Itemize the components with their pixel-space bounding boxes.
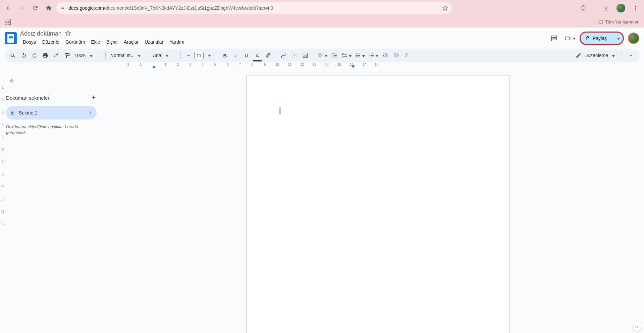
- account-avatar[interactable]: [628, 33, 639, 44]
- vertical-ruler[interactable]: 123456789101112: [0, 69, 5, 333]
- folder-icon: [598, 19, 603, 24]
- svg-point-8: [90, 113, 91, 114]
- chevron-down-icon: [572, 36, 576, 41]
- spellcheck-button[interactable]: [51, 50, 61, 60]
- clear-formatting-button[interactable]: [402, 50, 412, 60]
- browser-forward-button: [16, 2, 28, 14]
- svg-point-6: [90, 110, 91, 111]
- horizontal-ruler[interactable]: 21123456789101112131415161718: [5, 62, 639, 69]
- toolbar: 100% Normal m... Arial B I U A: [5, 49, 639, 62]
- line-spacing-button[interactable]: [329, 50, 339, 60]
- explore-button[interactable]: ‹: [633, 322, 642, 331]
- downloads-button[interactable]: [600, 2, 612, 14]
- menu-format[interactable]: Biçim: [104, 38, 120, 46]
- tab-label: Sekme 1: [19, 110, 37, 115]
- editing-mode-select[interactable]: Düzenleme: [573, 52, 618, 58]
- right-indent-marker[interactable]: [352, 65, 355, 68]
- chrome-menu-button[interactable]: [630, 2, 641, 14]
- apps-icon[interactable]: [5, 19, 11, 25]
- close-outline-button[interactable]: [6, 75, 18, 87]
- docs-header: Adsız doküman Dosya Düzenle Görünüm Ekle…: [0, 28, 644, 46]
- browser-home-button[interactable]: [43, 2, 54, 14]
- browser-reload-button[interactable]: [30, 2, 41, 14]
- menu-file[interactable]: Dosya: [20, 38, 39, 46]
- align-button[interactable]: [316, 50, 329, 60]
- menu-tools[interactable]: Araçlar: [121, 38, 141, 46]
- insert-link-button[interactable]: [279, 50, 289, 60]
- insert-image-button[interactable]: [300, 50, 310, 60]
- zoom-select[interactable]: 100%: [72, 53, 103, 58]
- canvas-area[interactable]: [103, 69, 640, 333]
- share-button[interactable]: Paylaş: [580, 32, 624, 45]
- url-bar[interactable]: docs.google.com/document/d/1Sx3nV_7xXN0k…: [56, 2, 452, 14]
- add-tab-button[interactable]: [91, 94, 97, 101]
- menu-bar: Dosya Düzenle Görünüm Ekle Biçim Araçlar…: [20, 38, 187, 46]
- font-family-select[interactable]: Arial: [151, 53, 178, 58]
- paragraph-style-select[interactable]: Normal m...: [108, 53, 145, 58]
- tab-more-button[interactable]: [88, 110, 93, 116]
- site-settings-icon: [60, 6, 65, 10]
- share-label: Paylaş: [593, 36, 607, 41]
- print-button[interactable]: [40, 50, 50, 60]
- tab-item[interactable]: Sekme 1: [6, 106, 97, 120]
- meet-button[interactable]: [565, 35, 576, 41]
- svg-point-3: [356, 53, 357, 54]
- browser-chrome: docs.google.com/document/d/1Sx3nV_7xXN0k…: [0, 0, 644, 28]
- url-text: docs.google.com/document/d/1Sx3nV_7xXN0k…: [68, 5, 273, 11]
- docs-app: Adsız doküman Dosya Düzenle Görünüm Ekle…: [0, 28, 644, 333]
- document-title[interactable]: Adsız doküman: [20, 30, 62, 37]
- left-indent-marker[interactable]: [152, 65, 156, 68]
- document-icon: [10, 110, 15, 115]
- checklist-button[interactable]: [340, 50, 353, 60]
- chrome-actions: [578, 2, 641, 14]
- increase-indent-button[interactable]: [391, 50, 401, 60]
- svg-point-4: [356, 55, 357, 56]
- share-dropdown[interactable]: [613, 32, 622, 44]
- highlight-color-button[interactable]: [263, 50, 273, 60]
- extensions-button[interactable]: [578, 2, 589, 14]
- menu-view[interactable]: Görünüm: [63, 38, 88, 46]
- text-cursor: [279, 107, 281, 114]
- decrease-font-size-button[interactable]: [183, 50, 194, 60]
- italic-button[interactable]: I: [231, 50, 241, 60]
- all-bookmarks-link[interactable]: Tüm Yer İşaretleri: [605, 19, 639, 25]
- divider: [595, 5, 595, 11]
- menu-help[interactable]: Yardım: [167, 38, 187, 46]
- redo-button[interactable]: [30, 50, 40, 60]
- underline-button[interactable]: U: [241, 50, 252, 60]
- text-color-button[interactable]: A: [252, 50, 262, 60]
- pencil-icon: [576, 52, 582, 58]
- browser-toolbar: docs.google.com/document/d/1Sx3nV_7xXN0k…: [0, 0, 644, 16]
- svg-point-0: [635, 6, 636, 7]
- undo-button[interactable]: [19, 50, 29, 60]
- menu-edit[interactable]: Düzenle: [40, 38, 62, 46]
- bulleted-list-button[interactable]: [354, 50, 366, 60]
- numbered-list-button[interactable]: [367, 50, 380, 60]
- font-size-input[interactable]: [194, 52, 204, 59]
- browser-back-button[interactable]: [3, 2, 14, 14]
- star-button[interactable]: [65, 30, 71, 37]
- outline-sidebar: Doküman sekmeleri Sekme 1 Dokümana ekled…: [0, 69, 103, 333]
- menu-extensions[interactable]: Uzantılar: [142, 38, 166, 46]
- menu-insert[interactable]: Ekle: [88, 38, 103, 46]
- svg-point-5: [356, 56, 357, 57]
- workspace: 21123456789101112131415161718 1234567891…: [0, 62, 644, 333]
- search-menus-button[interactable]: [8, 50, 18, 60]
- bold-button[interactable]: B: [220, 50, 230, 60]
- decrease-indent-button[interactable]: [380, 50, 390, 60]
- star-outline-icon[interactable]: [442, 5, 448, 11]
- hide-menus-button[interactable]: [626, 50, 636, 60]
- svg-point-2: [635, 9, 636, 10]
- svg-point-7: [90, 112, 91, 112]
- document-page[interactable]: [246, 76, 510, 333]
- outline-hint: Dokümana eklediğiniz başlıklar burada gö…: [6, 124, 97, 136]
- paint-format-button[interactable]: [62, 50, 72, 60]
- bookmarks-bar: Tüm Yer İşaretleri: [0, 16, 644, 28]
- docs-logo[interactable]: [5, 32, 17, 44]
- profile-avatar-button[interactable]: [615, 2, 627, 14]
- add-comment-button[interactable]: [289, 50, 300, 60]
- editing-mode-label: Düzenleme: [584, 53, 608, 58]
- comments-history-button[interactable]: [547, 32, 561, 45]
- increase-font-size-button[interactable]: [204, 50, 214, 60]
- divider: [594, 18, 594, 25]
